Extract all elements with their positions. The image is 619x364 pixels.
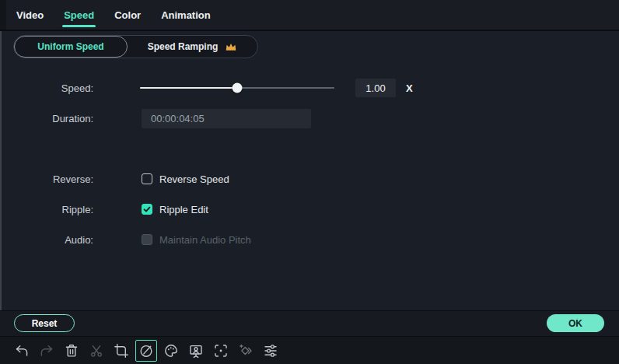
speed-settings-panel: Video Speed Color Animation Uniform Spee… [0, 0, 619, 364]
cut-button [86, 340, 107, 362]
palette-icon [163, 343, 179, 359]
focus-brackets-icon [213, 343, 229, 359]
speed-button[interactable] [135, 340, 157, 362]
duration-field[interactable]: 00:00:04:05 [142, 109, 311, 128]
tab-animation[interactable]: Animation [151, 0, 221, 30]
speed-row: Speed: 1.00 X [3, 78, 619, 98]
tab-speed[interactable]: Speed [54, 0, 104, 30]
delete-button[interactable] [61, 340, 82, 362]
undo-button[interactable] [11, 340, 33, 362]
uniform-speed-label: Uniform Speed [37, 41, 103, 52]
tab-video[interactable]: Video [6, 0, 54, 30]
reset-button[interactable]: Reset [14, 314, 75, 332]
presenter-board-button[interactable] [185, 340, 207, 362]
crop-icon [114, 343, 129, 359]
ripple-edit-option[interactable]: Ripple Edit [142, 204, 208, 215]
speed-slider-handle[interactable] [233, 83, 243, 93]
speed-ramping-label: Speed Ramping [148, 41, 219, 52]
reverse-speed-option[interactable]: Reverse Speed [142, 173, 229, 185]
speed-mode-toggle: Uniform Speed Speed Ramping [13, 35, 258, 58]
duration-row: Duration: 00:00:04:05 [3, 108, 619, 128]
ripple-row-label: Ripple: [3, 204, 93, 215]
speed-ramping-segment[interactable]: Speed Ramping [128, 36, 257, 58]
tab-color[interactable]: Color [104, 0, 151, 30]
ripple-row: Ripple: Ripple Edit [3, 199, 619, 219]
redo-button [36, 340, 58, 362]
tab-animation-label: Animation [161, 9, 211, 21]
duration-row-label: Duration: [3, 113, 93, 124]
speedometer-icon [138, 343, 154, 359]
trash-icon [64, 343, 79, 359]
undo-icon [14, 343, 30, 359]
bottom-toolbar [0, 337, 619, 364]
keyframe-button[interactable] [235, 340, 257, 362]
uniform-speed-segment[interactable]: Uniform Speed [14, 36, 128, 58]
speed-value-field[interactable]: 1.00 [355, 79, 396, 97]
scissors-icon [89, 343, 104, 359]
ok-button[interactable]: OK [547, 314, 604, 332]
crop-button[interactable] [110, 340, 132, 362]
speed-slider[interactable] [140, 78, 334, 98]
keyframe-diamond-icon [238, 343, 254, 359]
audio-row: Audio: Maintain Audio Pitch [3, 229, 619, 250]
check-icon [142, 205, 152, 214]
tab-video-label: Video [16, 9, 44, 21]
ripple-edit-checkbox-label: Ripple Edit [159, 204, 208, 215]
maintain-audio-pitch-checkbox [142, 234, 152, 245]
speed-slider-fill [140, 87, 237, 89]
tab-speed-label: Speed [64, 9, 94, 21]
speed-multiplier-label: X [406, 82, 413, 94]
sliders-icon [263, 343, 278, 359]
crown-icon [225, 41, 237, 52]
footer-bar: Reset OK [0, 311, 619, 336]
tab-color-label: Color [114, 9, 141, 21]
ripple-edit-checkbox[interactable] [142, 204, 152, 215]
reverse-row: Reverse: Reverse Speed [3, 169, 619, 189]
speed-panel-content: Uniform Speed Speed Ramping Speed: 1.00 … [0, 31, 619, 310]
reverse-row-label: Reverse: [3, 173, 93, 185]
speed-row-label: Speed: [3, 82, 93, 94]
adjustment-button[interactable] [260, 340, 282, 362]
color-palette-button[interactable] [160, 340, 182, 362]
reverse-speed-checkbox-label: Reverse Speed [159, 173, 229, 185]
audio-row-label: Audio: [3, 234, 93, 246]
presenter-board-icon [188, 343, 204, 359]
motion-track-button[interactable] [210, 340, 232, 362]
maintain-audio-pitch-checkbox-label: Maintain Audio Pitch [159, 234, 251, 246]
maintain-audio-pitch-option: Maintain Audio Pitch [142, 234, 251, 246]
reverse-speed-checkbox[interactable] [142, 173, 152, 184]
redo-icon [39, 343, 54, 359]
tab-bar: Video Speed Color Animation [0, 0, 619, 30]
